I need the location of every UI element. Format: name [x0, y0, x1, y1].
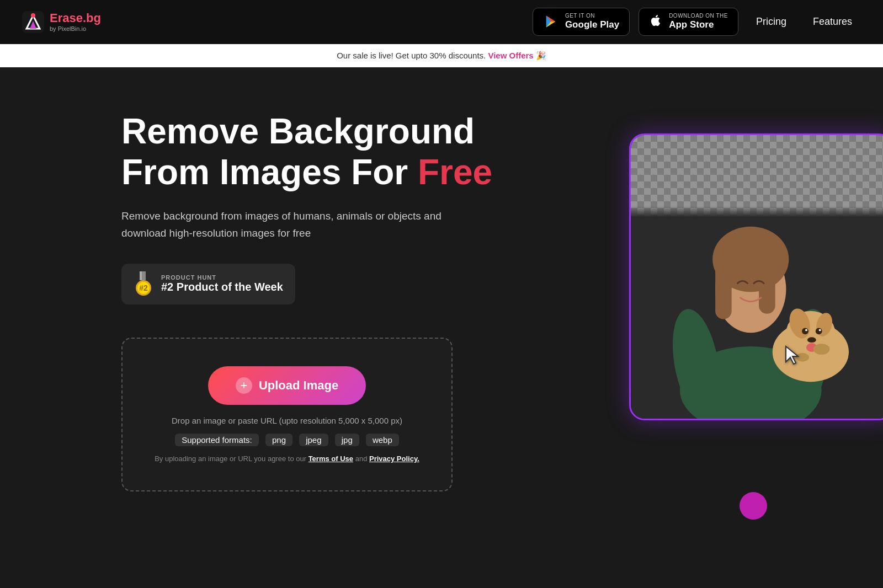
features-link[interactable]: Features: [804, 12, 861, 32]
svg-point-29: [807, 337, 816, 343]
ph-text: PRODUCT HUNT #2 Product of the Week: [161, 274, 283, 293]
hero-title: Remove Background From Images For Free: [121, 111, 508, 193]
logo-text: Erase.bg by PixelBin.io: [50, 11, 101, 33]
svg-point-28: [819, 329, 821, 331]
cursor-icon: [784, 345, 801, 371]
google-play-icon: [543, 14, 558, 29]
logo-title: Erase.bg: [50, 11, 101, 25]
free-text: Free: [418, 152, 492, 192]
svg-rect-19: [715, 254, 732, 319]
navbar: Erase.bg by PixelBin.io GET IT ON Google…: [0, 0, 883, 44]
format-png: png: [265, 434, 292, 446]
google-play-button[interactable]: GET IT ON Google Play: [533, 8, 630, 35]
svg-rect-9: [140, 271, 142, 280]
apple-icon: [649, 14, 662, 29]
preview-image-card: [629, 133, 883, 420]
formats-text: Supported formats: png jpeg jpg webp: [145, 435, 429, 445]
upload-box: + Upload Image Drop an image or paste UR…: [121, 338, 453, 491]
ph-label: PRODUCT HUNT: [161, 274, 283, 281]
pricing-link[interactable]: Pricing: [747, 12, 795, 32]
hero-section: Remove Background From Images For Free R…: [0, 67, 883, 564]
format-jpg: jpg: [335, 434, 359, 446]
svg-rect-20: [759, 254, 775, 314]
announcement-bar: Our sale is live! Get upto 30% discounts…: [0, 44, 883, 67]
person-dog-svg: [631, 206, 883, 419]
hero-subtitle: Remove background from images of humans,…: [121, 208, 442, 242]
app-store-button[interactable]: Download on the App Store: [639, 8, 738, 35]
announcement-emoji: 🎉: [536, 51, 546, 60]
svg-point-3: [31, 13, 35, 18]
view-offers-link[interactable]: View Offers: [488, 51, 533, 60]
product-hunt-badge[interactable]: #2 PRODUCT HUNT #2 Product of the Week: [121, 264, 295, 304]
medal-icon: #2: [134, 271, 153, 297]
svg-text:#2: #2: [139, 284, 148, 292]
format-webp: webp: [366, 434, 399, 446]
privacy-policy-link[interactable]: Privacy Policy.: [369, 455, 419, 463]
format-jpeg: jpeg: [299, 434, 328, 446]
drop-text: Drop an image or paste URL (upto resolut…: [145, 416, 429, 425]
upload-button-label: Upload Image: [259, 378, 338, 393]
hero-photo: [631, 206, 883, 419]
logo-icon: [22, 11, 44, 33]
deco-circle-purple: [740, 492, 767, 520]
upload-image-button[interactable]: + Upload Image: [208, 366, 366, 405]
app-store-text: Download on the App Store: [669, 13, 728, 30]
logo-subtitle: by PixelBin.io: [50, 25, 101, 33]
formats-label: Supported formats:: [175, 434, 259, 446]
google-play-text: GET IT ON Google Play: [565, 13, 619, 30]
logo[interactable]: Erase.bg by PixelBin.io: [22, 11, 101, 33]
hero-image-area: [607, 100, 883, 475]
announcement-text: Our sale is live! Get upto 30% discounts…: [337, 51, 486, 60]
svg-point-26: [816, 328, 822, 334]
hero-content: Remove Background From Images For Free R…: [121, 111, 508, 491]
nav-right: GET IT ON Google Play Download on the Ap…: [533, 8, 861, 35]
ph-rank: #2 Product of the Week: [161, 281, 283, 293]
terms-of-use-link[interactable]: Terms of Use: [308, 455, 353, 463]
svg-point-27: [805, 329, 807, 331]
svg-rect-8: [141, 271, 146, 280]
svg-point-31: [813, 344, 830, 355]
plus-circle-icon: +: [236, 377, 252, 394]
terms-text: By uploading an image or URL you agree t…: [145, 455, 429, 463]
svg-point-25: [802, 328, 808, 334]
